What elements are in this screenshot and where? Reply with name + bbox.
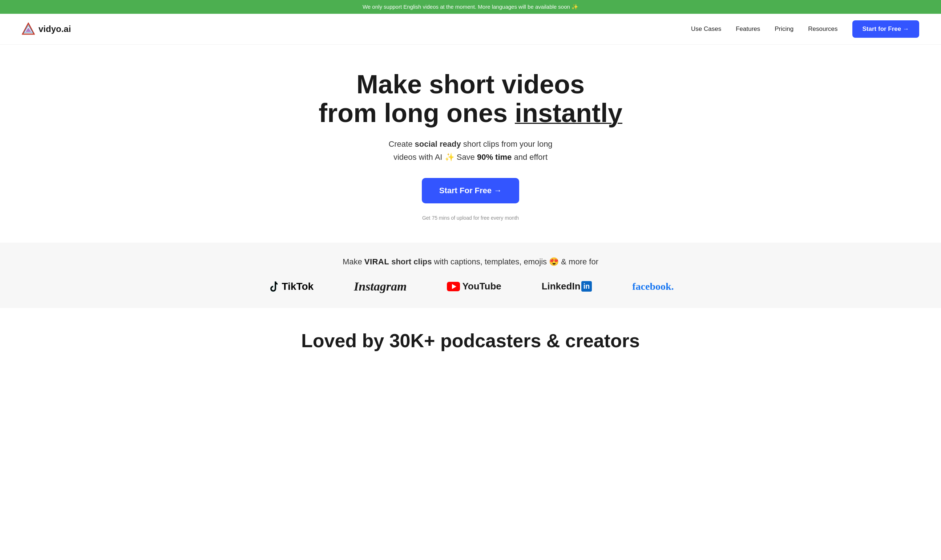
sp-viral: VIRAL [364,257,389,266]
hero-note: Get 75 mins of upload for free every mon… [7,215,934,221]
platform-tiktok: TikTok [267,281,314,292]
hero-heading-line1: Make short videos [356,70,585,99]
logo-text: vidyo.ai [39,24,71,34]
sp-text-part1: Make [343,257,364,266]
sp-text-part2: short clips [389,257,432,266]
nav-pricing[interactable]: Pricing [775,25,793,33]
linkedin-icon: in [581,281,592,292]
nav-start-free-button[interactable]: Start for Free → [852,20,919,38]
hero-start-free-button[interactable]: Start For Free → [422,178,519,203]
announcement-banner: We only support English videos at the mo… [0,0,941,14]
hero-subtext-part3: videos with AI ✨ Save [393,152,477,162]
social-proof-text: Make VIRAL short clips with captions, te… [22,257,919,266]
bottom-teaser-section: Loved by 30K+ podcasters & creators [0,308,941,362]
hero-heading-line2: from long ones [319,98,515,128]
hero-section: Make short videos from long ones instant… [0,45,941,243]
hero-heading: Make short videos from long ones instant… [7,70,934,128]
tiktok-icon [267,281,279,292]
hero-cta-area: Start For Free → Get 75 mins of upload f… [7,178,934,221]
hero-heading-highlight: instantly [515,98,622,128]
hero-subtext-part2: short clips from your long [461,140,553,149]
platform-instagram: Instagram [354,280,407,294]
platform-youtube: YouTube [447,281,501,292]
youtube-label: YouTube [462,281,501,292]
logo[interactable]: vidyo.ai [22,23,71,35]
tiktok-label: TikTok [282,281,314,292]
logo-icon [22,23,35,35]
hero-subtext-pct: 90% time [477,152,511,162]
nav-features[interactable]: Features [736,25,760,33]
nav-use-cases[interactable]: Use Cases [691,25,721,33]
social-proof-section: Make VIRAL short clips with captions, te… [0,243,941,308]
hero-subtext-part4: and effort [511,152,548,162]
hero-subtext: Create social ready short clips from you… [358,138,583,163]
hero-subtext-part1: Create [388,140,414,149]
linkedin-label: LinkedIn [542,281,581,292]
instagram-label: Instagram [354,280,407,294]
youtube-play-icon [447,282,460,291]
sp-text-part3: with captions, templates, emojis 😍 & mor… [432,257,598,266]
bottom-teaser-heading: Loved by 30K+ podcasters & creators [7,330,934,352]
platform-facebook: facebook. [632,281,674,292]
platform-linkedin: LinkedIn in [542,281,592,292]
nav-resources[interactable]: Resources [808,25,838,33]
announcement-text: We only support English videos at the mo… [363,4,578,10]
platforms-list: TikTok Instagram YouTube LinkedIn in fac… [253,280,688,294]
navbar: vidyo.ai Use Cases Features Pricing Reso… [0,14,941,45]
facebook-label: facebook. [632,281,674,292]
nav-links: Use Cases Features Pricing Resources Sta… [691,20,919,38]
hero-subtext-bold: social ready [415,140,461,149]
